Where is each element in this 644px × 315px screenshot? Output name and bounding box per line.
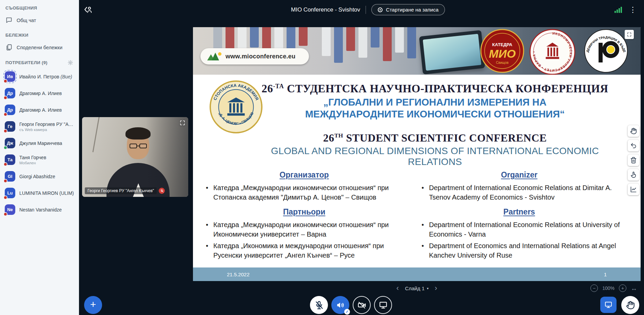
user-list-item[interactable]: Та Таня Горчев Мобилен <box>0 151 79 168</box>
mic-muted-badge <box>3 96 7 100</box>
partners-heading-bg: Партньори <box>202 207 407 217</box>
chart-tool-button[interactable] <box>628 184 639 195</box>
user-list-item[interactable]: Др Драгомир А. Илиев <box>0 85 79 101</box>
chevron-down-icon: ▾ <box>427 286 429 290</box>
action-bar: ✓ <box>310 296 392 314</box>
previous-slide-button[interactable]: ‹ <box>395 284 400 292</box>
svg-text:Свищов: Свищов <box>496 61 508 64</box>
share-screen-button[interactable] <box>374 296 392 314</box>
options-menu-button[interactable]: ⋮ <box>629 6 637 14</box>
mute-microphone-button[interactable] <box>310 296 328 314</box>
fullscreen-icon <box>627 32 632 37</box>
slide-page-number: 1 <box>604 272 607 277</box>
zoom-level: 100% <box>602 285 614 291</box>
separator <box>366 6 366 14</box>
banner-bar <box>346 27 355 51</box>
banner-bar <box>383 27 392 61</box>
zoom-in-button[interactable]: + <box>619 284 626 292</box>
bullet-item: Department of International Economic Rel… <box>429 220 621 239</box>
user-list-item[interactable]: Lu LUMINITA MIRON (ULIM) <box>0 185 79 201</box>
bullet-item: Катедра „Икономика и международни отноше… <box>213 241 407 260</box>
toggle-userlist-button[interactable] <box>84 5 93 14</box>
slide-banner: www.mioconference.eu КАТЕДРА МИО Свищов <box>193 27 641 75</box>
avatar: Ге <box>5 121 15 132</box>
record-icon <box>378 7 383 12</box>
avatar-initials: Lu <box>7 190 13 196</box>
sidebar-item-shared-notes[interactable]: Споделени бележки <box>0 40 79 54</box>
messages-section-header: СЪОБЩЕНИЯ <box>0 0 79 13</box>
bullet-item: Катедра „Международни икономически отнош… <box>213 220 407 239</box>
banner-laptop-photo <box>419 30 485 75</box>
fullscreen-icon <box>179 120 186 126</box>
varna-university-logo: ИКОНОМИЧЕСКИ УНИВЕРСИТЕТ • ВАРНА • <box>529 29 576 75</box>
user-name: Георги Георгиев РУ "Ангел Кънч... <box>19 122 74 127</box>
raise-hand-button[interactable] <box>621 296 639 314</box>
user-list: Ив Ивайло И. Петров (Вие) Др Драгомир А.… <box>0 68 79 218</box>
audio-connected-check: ✓ <box>344 309 350 315</box>
pointer-finger-icon <box>630 171 637 178</box>
user-name: Giorgi Abashidze <box>19 174 55 179</box>
undo-annotation-button[interactable] <box>628 140 639 151</box>
user-name: Nestan Varshanidze <box>19 207 62 212</box>
conference-website-badge: www.mioconference.eu <box>200 48 309 64</box>
organizer-heading-bg: Организатор <box>202 170 407 180</box>
user-list-item[interactable]: Ne Nestan Varshanidze <box>0 201 79 218</box>
mic-muted-badge <box>3 179 7 183</box>
user-settings-gear-icon[interactable] <box>67 60 73 66</box>
actions-plus-button[interactable]: + <box>84 296 102 314</box>
restore-presentation-button[interactable] <box>600 297 617 313</box>
shared-notes-label: Споделени бележки <box>17 45 62 50</box>
public-chat-label: Общ чат <box>17 18 36 23</box>
connection-status-icon[interactable] <box>613 6 623 14</box>
zoom-out-button[interactable]: − <box>590 284 598 292</box>
hand-icon <box>630 128 637 134</box>
webcam-fullscreen-button[interactable] <box>179 120 186 126</box>
leave-audio-button[interactable]: ✓ <box>331 296 349 314</box>
partners-heading-en: Partners <box>417 207 621 217</box>
user-name: Джулия Маринчева <box>19 141 62 146</box>
user-list-item[interactable]: Дж Джулия Маринчева <box>0 135 79 151</box>
screen-share-icon <box>379 301 388 310</box>
clear-annotations-button[interactable] <box>628 154 639 166</box>
slide-select-dropdown[interactable]: Слайд 1 ▾ <box>405 285 429 291</box>
main-area: MIO Conference - Svishtov Стартиране на … <box>79 0 644 315</box>
sidebar: СЪОБЩЕНИЯ Общ чат БЕЛЕЖКИ Споделени беле… <box>0 0 79 315</box>
ruse-university-logo: С АКАДЕМИЧНИ ТРАДИЦИИ В БЪДЕЩЕТО <box>584 29 628 73</box>
mic-muted-badge <box>3 196 7 200</box>
record-label: Стартиране на записа <box>386 7 438 13</box>
user-list-item[interactable]: Др Драгомир А. Илиев <box>0 101 79 118</box>
mic-muted-badge <box>3 212 7 216</box>
user-list-item[interactable]: Ге Георги Георгиев РУ "Ангел Кънч... съ … <box>0 118 79 135</box>
meeting-title: MIO Conference - Svishtov <box>291 6 360 13</box>
microphone-muted-icon <box>315 301 324 310</box>
next-slide-button[interactable]: › <box>433 284 438 292</box>
slide-titles: 26-ТА СТУДЕНТСКА НАУЧНО-ПРАКТИЧЕСКА КОНФ… <box>259 82 611 167</box>
banner-bar <box>299 27 308 46</box>
pan-tool-button[interactable] <box>628 125 639 137</box>
start-recording-button[interactable]: Стартиране на записа <box>371 4 445 15</box>
webcam-user-label[interactable]: Георги Георгиев РУ "Ангел Кънчев" <box>85 187 157 194</box>
svg-text:КАТЕДРА: КАТЕДРА <box>492 42 512 47</box>
back-person-icon <box>84 5 93 14</box>
user-list-item[interactable]: GI Giorgi Abashidze <box>0 168 79 185</box>
share-webcam-button[interactable] <box>353 296 371 314</box>
avatar-initials: Дж <box>7 141 13 146</box>
sidebar-item-public-chat[interactable]: Общ чат <box>0 13 79 27</box>
fit-width-button[interactable]: ↔ <box>631 285 637 292</box>
slide-date: 21.5.2022 <box>227 272 250 277</box>
mic-active-badge <box>3 146 7 150</box>
webcam-shadow <box>82 117 188 197</box>
webcam-video[interactable]: Георги Георгиев РУ "Ангел Кънчев" <box>82 117 188 197</box>
slide-column-english: Organizer Department of International Ec… <box>417 170 621 262</box>
mio-logo <box>207 51 222 61</box>
avatar-initials: Др <box>7 107 13 112</box>
presentation-fullscreen-button[interactable] <box>625 30 634 39</box>
chat-icon <box>5 17 13 24</box>
mic-muted-badge <box>3 79 7 83</box>
avatar-initials: GI <box>8 174 13 179</box>
avatar: Ив <box>5 71 15 82</box>
slide-title-bg: 26-ТА СТУДЕНТСКА НАУЧНО-ПРАКТИЧЕСКА КОНФ… <box>259 82 611 95</box>
user-list-item[interactable]: Ив Ивайло И. Петров (Вие) <box>0 68 79 85</box>
bullet-item: Department of Economics and Internationa… <box>429 241 621 260</box>
pointer-tool-button[interactable] <box>628 169 639 181</box>
